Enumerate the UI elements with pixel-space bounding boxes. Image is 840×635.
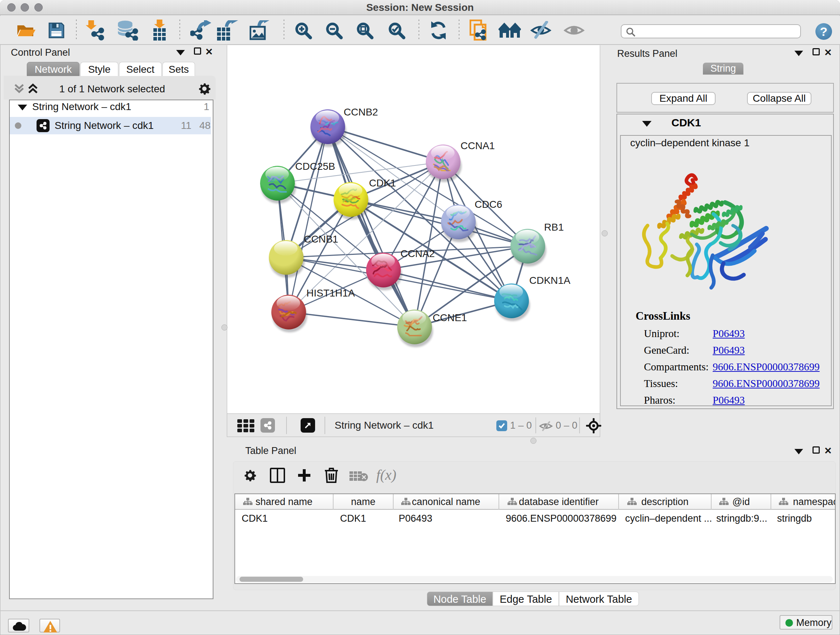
svg-text:HIST1H1A: HIST1H1A [306, 287, 355, 299]
svg-text:CCNA1: CCNA1 [461, 140, 495, 151]
svg-text:CDC6: CDC6 [475, 199, 502, 210]
svg-text:CCNB1: CCNB1 [304, 233, 338, 245]
svg-text:CDK1: CDK1 [369, 177, 396, 188]
svg-text:CCNB2: CCNB2 [344, 106, 378, 118]
svg-text:CCNA2: CCNA2 [401, 248, 435, 259]
svg-text:RB1: RB1 [544, 222, 564, 233]
svg-text:CDC25B: CDC25B [295, 161, 335, 172]
svg-text:CDKN1A: CDKN1A [529, 275, 570, 286]
svg-text:CCNE1: CCNE1 [433, 312, 467, 323]
